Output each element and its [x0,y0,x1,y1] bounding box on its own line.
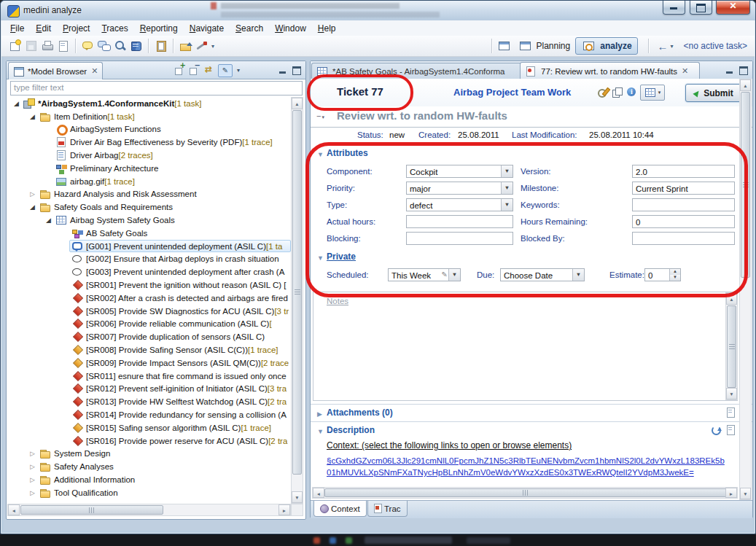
open-element-icon[interactable] [179,39,192,52]
tree-item[interactable]: [SR009] Provide Impact Sensors (ASIL QM(… [7,356,291,370]
scrollbar-thumb[interactable] [20,505,163,515]
chevron-down-icon[interactable]: ▼ [572,269,584,281]
tree-item[interactable]: [SR001] Prevent the ignition without rea… [7,278,291,292]
paste-icon[interactable] [155,39,168,52]
section-collapse-icon[interactable]: ▼ [317,254,324,262]
description-section-title[interactable]: Description [327,425,375,435]
reporting-book-icon[interactable] [130,39,143,52]
tree-item[interactable]: Driver Air Bag Effectiveness by Severity… [7,136,291,149]
trace-links-icon[interactable] [98,39,111,52]
tree-item[interactable]: ▷Additional Information [7,473,291,486]
scheduled-combo[interactable]: This Week ✎ ▼ [388,268,461,281]
maximize-editor-icon[interactable] [737,63,750,77]
back-icon[interactable]: ← [658,40,669,52]
section-expand-icon[interactable]: ▶ [317,410,322,418]
attributes-section-title[interactable]: Attributes [327,148,368,158]
tree-horizontal-scrollbar[interactable]: ◂ ▸ [7,504,291,516]
tree-item[interactable]: [SR016] Provide power reserve for ACU (A… [7,434,291,448]
tree-item[interactable]: [SR008] Provide Safing Sensor (ASIL C(C)… [7,343,291,356]
menu-window[interactable]: Window [269,21,312,36]
scroll-left-icon[interactable]: ◂ [8,504,20,515]
tree-item[interactable]: Driver Airbag [2 traces] [7,149,291,162]
attachments-section-title[interactable]: Attachments (0) [327,407,393,418]
tree-item[interactable]: [SR005] Provide SW Diagnostics for ACU (… [7,305,291,318]
edit-mode-toggle-icon[interactable]: ✎ [218,64,233,77]
scroll-up-icon[interactable]: ▴ [740,79,751,91]
actual-hours-field[interactable] [406,215,513,228]
scrollbar-thumb[interactable] [324,488,727,497]
collapse-arrow-icon[interactable]: ◢ [28,203,37,211]
tree-item[interactable]: Preliminary Architecture [7,162,291,175]
close-view-icon[interactable]: ✕ [91,67,98,75]
maximize-window-button[interactable] [690,1,712,15]
export-icon[interactable] [57,39,70,52]
expand-arrow-icon[interactable]: ▷ [28,450,37,457]
version-field[interactable]: 2.0 [632,165,735,178]
type-combo[interactable]: defect ▼ [406,198,513,211]
blocked-by-field[interactable] [632,232,735,245]
filter-input[interactable]: type filter text [10,81,303,95]
tree-item[interactable]: [SR012] Prevent self-iginition of Initia… [7,383,291,396]
menu-reporting[interactable]: Reporting [134,21,184,36]
chevron-down-icon[interactable]: ▼ [448,269,460,281]
close-window-button[interactable]: ✕ [716,1,750,15]
scroll-down-icon[interactable]: ▾ [292,491,303,503]
scroll-down-icon[interactable]: ▾ [740,488,751,499]
refresh-icon[interactable] [710,424,722,436]
expand-arrow-icon[interactable]: ▷ [28,489,37,496]
expand-arrow-icon[interactable]: ▷ [28,476,37,483]
blocking-field[interactable] [406,232,513,245]
tree-item[interactable]: [G002] Ensure that Airbag deploys in cra… [7,253,291,266]
tree-item[interactable]: AB Safety Goals [7,227,291,240]
copy-icon[interactable] [611,86,623,98]
hours-remaining-field[interactable]: 0 [632,215,735,228]
tree-item[interactable]: [SR002] After a crash is detected and ai… [7,292,291,305]
report-search-icon[interactable] [114,39,127,52]
tree-item[interactable]: AirbagSystem Functions [7,123,291,136]
menu-file[interactable]: File [4,21,30,36]
perspective-analyze[interactable]: analyze [575,37,637,55]
priority-combo[interactable]: major ▼ [406,182,513,195]
windows-taskbar[interactable] [0,534,756,546]
keywords-field[interactable] [632,198,735,211]
chevron-down-icon[interactable]: ▼ [501,199,513,211]
collapse-arrow-icon[interactable]: ◢ [12,100,21,107]
tree-item[interactable]: [G003] Prevent unintended deployment aft… [7,265,291,278]
trace-comment-icon[interactable] [82,39,95,52]
scroll-right-icon[interactable]: ▸ [278,504,290,515]
estimate-spinner[interactable]: 0 ▲ ▼ [644,268,681,281]
chevron-down-icon[interactable]: ▼ [501,182,513,194]
tree-item[interactable]: [SR007] Provide duplication of sensors (… [7,330,291,343]
section-collapse-icon[interactable]: ▼ [317,151,324,158]
new-icon[interactable] [9,39,22,52]
tree-item[interactable]: ▷System Design [7,448,291,461]
perspective-planning[interactable]: Planning [513,38,576,54]
tree-item[interactable]: ◢*AirbagSystem1.4ConformanceKit [1 task] [7,97,291,110]
minimize-editor-icon[interactable] [723,63,736,77]
page-tab-context[interactable]: Context [313,501,367,517]
tree-item[interactable]: [SR011] esnure that fire command is issu… [7,370,291,383]
back-dropdown-icon[interactable]: ▾ [671,43,674,50]
info-icon[interactable] [626,86,637,98]
notes-scrollbar[interactable]: ▴ ▾ [725,292,738,400]
submit-button[interactable]: Submit [685,84,742,102]
tree-item[interactable]: [SR013] Provide HW Selftest Watchdog (AS… [7,395,291,408]
menu-navigate[interactable]: Navigate [184,21,230,36]
tree-item[interactable]: ◢Item Definition [1 task] [7,110,291,123]
link-with-editor-icon[interactable]: ⇄ [202,63,215,77]
collapse-all-icon[interactable] [187,63,200,77]
spinner-up-icon[interactable]: ▲ [669,269,680,275]
expand-arrow-icon[interactable]: ▷ [28,190,37,198]
tree-item[interactable]: ◢Safety Goals and Requirements [7,200,291,214]
tree-item[interactable]: ▷Tool Qualification [7,486,291,499]
minimize-view-icon[interactable] [276,63,289,77]
scrollbar-thumb[interactable] [741,92,750,278]
description-horizontal-scrollbar[interactable]: ◂ ▸ [312,487,738,499]
scroll-left-icon[interactable]: ◂ [313,488,324,498]
collapse-arrow-icon[interactable]: ◢ [44,217,53,224]
chevron-down-icon[interactable]: ▼ [501,165,513,177]
scroll-down-icon[interactable]: ▾ [726,388,737,399]
tree-item[interactable]: ◢Airbag System Safety Goals [7,214,291,227]
edit-description-icon[interactable] [725,424,736,436]
print-icon[interactable] [41,39,54,52]
